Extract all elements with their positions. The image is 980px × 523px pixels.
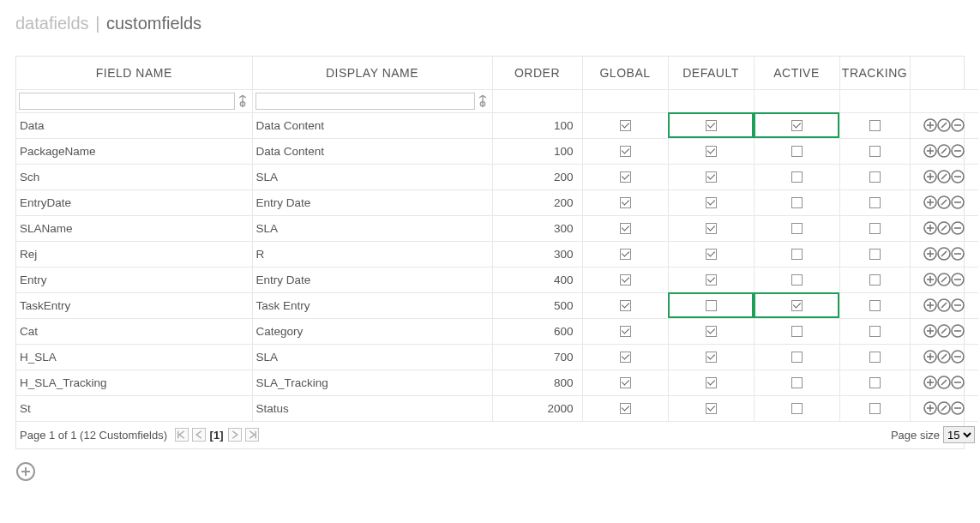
- col-default[interactable]: DEFAULT: [668, 57, 754, 89]
- checkbox-tracking[interactable]: [869, 300, 881, 311]
- cell-field-name: EntryDate: [16, 189, 252, 215]
- page-size-select[interactable]: 15: [943, 426, 975, 443]
- checkbox-active[interactable]: [791, 120, 803, 131]
- table-row: SLANameSLA300: [16, 215, 978, 241]
- checkbox-default[interactable]: [706, 326, 717, 337]
- checkbox-global[interactable]: [620, 249, 631, 260]
- checkbox-tracking[interactable]: [869, 326, 881, 337]
- cell-tracking: [839, 189, 910, 215]
- cell-tracking: [839, 112, 910, 138]
- delete-icon[interactable]: [950, 400, 965, 416]
- checkbox-active[interactable]: [791, 300, 803, 311]
- checkbox-active[interactable]: [791, 352, 803, 363]
- delete-icon[interactable]: [950, 246, 965, 262]
- checkbox-active[interactable]: [791, 223, 803, 234]
- pager-prev-icon[interactable]: [192, 428, 206, 442]
- checkbox-global[interactable]: [620, 377, 631, 388]
- checkbox-tracking[interactable]: [869, 377, 881, 388]
- cell-order: 600: [492, 318, 582, 344]
- checkbox-default[interactable]: [706, 377, 717, 388]
- checkbox-global[interactable]: [620, 274, 631, 286]
- checkbox-tracking[interactable]: [869, 146, 881, 157]
- checkbox-default[interactable]: [706, 146, 717, 157]
- col-order[interactable]: ORDER: [492, 57, 582, 89]
- cell-actions: [910, 164, 978, 189]
- cell-actions: [910, 344, 978, 370]
- checkbox-active[interactable]: [791, 171, 803, 183]
- checkbox-default[interactable]: [706, 171, 717, 183]
- checkbox-global[interactable]: [620, 326, 631, 337]
- col-active[interactable]: ACTIVE: [754, 57, 839, 89]
- checkbox-tracking[interactable]: [869, 197, 881, 208]
- col-display-name[interactable]: DISPLAY NAME: [252, 57, 492, 89]
- cell-field-name: TaskEntry: [16, 292, 252, 318]
- checkbox-tracking[interactable]: [869, 274, 881, 286]
- checkbox-default[interactable]: [706, 197, 717, 208]
- checkbox-default[interactable]: [706, 249, 717, 260]
- delete-icon[interactable]: [950, 323, 965, 339]
- filter-icon[interactable]: [476, 93, 490, 110]
- pager-last-icon[interactable]: [245, 428, 259, 442]
- delete-icon[interactable]: [950, 375, 965, 390]
- delete-icon[interactable]: [950, 117, 965, 133]
- checkbox-active[interactable]: [791, 146, 803, 157]
- checkbox-tracking[interactable]: [869, 249, 881, 260]
- checkbox-global[interactable]: [620, 120, 631, 131]
- cell-default: [668, 344, 754, 370]
- checkbox-global[interactable]: [620, 223, 631, 234]
- checkbox-default[interactable]: [706, 403, 717, 414]
- table-row: DataData Content100: [16, 112, 978, 138]
- checkbox-active[interactable]: [791, 377, 803, 388]
- delete-icon[interactable]: [950, 349, 965, 364]
- col-field-name[interactable]: FIELD NAME: [16, 57, 252, 89]
- checkbox-tracking[interactable]: [869, 171, 881, 183]
- delete-icon[interactable]: [950, 298, 965, 313]
- cell-tracking: [839, 138, 910, 164]
- pager-first-icon[interactable]: [175, 428, 189, 442]
- add-button[interactable]: [15, 461, 36, 482]
- svg-line-13: [941, 148, 947, 153]
- checkbox-global[interactable]: [620, 403, 631, 414]
- checkbox-global[interactable]: [620, 171, 631, 183]
- cell-actions: [910, 318, 978, 344]
- checkbox-tracking[interactable]: [869, 403, 881, 414]
- checkbox-active[interactable]: [791, 403, 803, 414]
- delete-icon[interactable]: [950, 220, 965, 236]
- delete-icon[interactable]: [950, 195, 965, 210]
- filter-icon[interactable]: [236, 93, 250, 110]
- checkbox-default[interactable]: [706, 120, 717, 131]
- svg-line-48: [941, 277, 947, 282]
- cell-field-name: Cat: [16, 318, 252, 344]
- checkbox-active[interactable]: [791, 249, 803, 260]
- checkbox-active[interactable]: [791, 326, 803, 337]
- checkbox-tracking[interactable]: [869, 352, 881, 363]
- checkbox-default[interactable]: [706, 274, 717, 286]
- checkbox-default[interactable]: [706, 300, 717, 311]
- checkbox-global[interactable]: [620, 300, 631, 311]
- col-tracking[interactable]: TRACKING: [839, 57, 910, 89]
- checkbox-active[interactable]: [791, 274, 803, 286]
- cell-global: [582, 112, 668, 138]
- delete-icon[interactable]: [950, 143, 965, 159]
- filter-display-name[interactable]: [256, 93, 475, 110]
- col-global[interactable]: GLOBAL: [582, 57, 668, 89]
- cell-display-name: R: [252, 241, 492, 267]
- checkbox-tracking[interactable]: [869, 223, 881, 234]
- checkbox-global[interactable]: [620, 146, 631, 157]
- checkbox-active[interactable]: [791, 197, 803, 208]
- delete-icon[interactable]: [950, 169, 965, 184]
- checkbox-default[interactable]: [706, 223, 717, 234]
- pager-next-icon[interactable]: [228, 428, 242, 442]
- cell-display-name: SLA: [252, 344, 492, 370]
- cell-actions: [910, 112, 978, 138]
- delete-icon[interactable]: [950, 272, 965, 287]
- checkbox-global[interactable]: [620, 197, 631, 208]
- checkbox-default[interactable]: [706, 352, 717, 363]
- cell-display-name: SLA_Tracking: [252, 370, 492, 395]
- svg-line-20: [941, 174, 947, 179]
- checkbox-global[interactable]: [620, 352, 631, 363]
- filter-field-name[interactable]: [19, 93, 235, 110]
- checkbox-tracking[interactable]: [869, 120, 881, 131]
- cell-default: [668, 189, 754, 215]
- breadcrumb-parent[interactable]: datafields: [15, 14, 89, 33]
